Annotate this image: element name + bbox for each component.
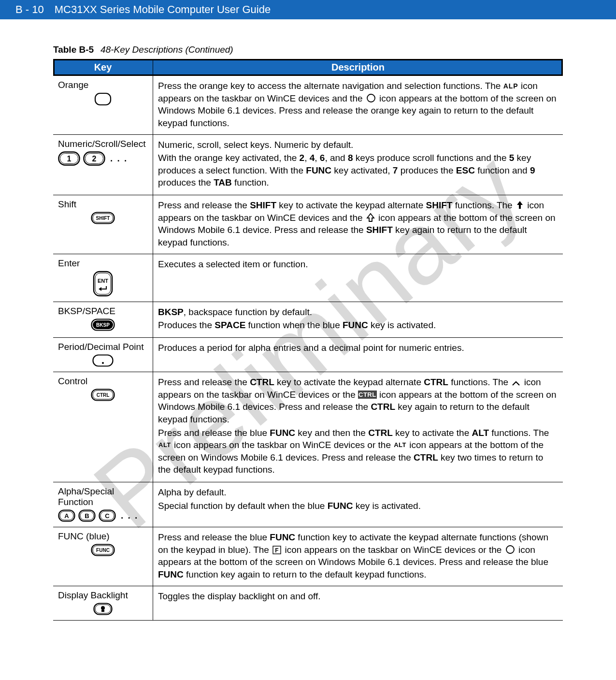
text: Press and release the blue: [158, 428, 270, 438]
text: ,: [304, 153, 310, 163]
document-title: MC31XX Series Mobile Computer User Guide: [55, 3, 271, 16]
text: icon appears on the taskbar on WinCE dev…: [172, 440, 393, 450]
text: 2: [300, 153, 305, 163]
circle-icon: [505, 545, 515, 554]
text: function.: [232, 177, 269, 188]
svg-point-39: [101, 606, 105, 610]
alp-icon: ALP: [503, 82, 518, 91]
text: SPACE: [215, 320, 245, 330]
enter-key-icon: ENT: [93, 271, 113, 297]
text: Press and release the: [158, 377, 250, 387]
up-arrow-icon: [516, 200, 524, 210]
ctrl-badge-icon: CTRL: [358, 391, 377, 399]
svg-rect-17: [93, 355, 113, 366]
text: functions. The: [489, 428, 549, 438]
key-2-icon: 2: [83, 151, 105, 166]
bksp-key-icon: BKSP: [91, 318, 115, 331]
dots: . . .: [108, 153, 128, 164]
text: 9: [530, 165, 535, 175]
shift-key-icon: SHIFT: [91, 212, 115, 224]
chevron-up-icon: [512, 380, 520, 387]
text: FUNC: [270, 428, 295, 438]
table-caption: Table B-548-Key Descriptions (Continued): [53, 44, 563, 55]
key-name: Shift: [58, 199, 148, 210]
key-1-icon: 1: [58, 151, 80, 166]
text: produces the: [158, 177, 214, 188]
backlight-key-icon: [93, 603, 113, 615]
shift-outline-icon: [366, 213, 375, 222]
text: icon appears on the taskbar on WinCE dev…: [282, 545, 504, 555]
key-name: Numeric/Scroll/Select: [58, 139, 148, 149]
svg-text:ENT: ENT: [98, 278, 108, 284]
svg-text:CTRL: CTRL: [97, 392, 110, 398]
text: ,: [315, 153, 320, 163]
period-key-icon: [92, 354, 114, 367]
text: , backspace function by default.: [184, 307, 312, 317]
key-name: Alpha/Special Function: [58, 486, 148, 507]
svg-text:BKSP: BKSP: [96, 322, 110, 328]
caption-label: Table B-5: [53, 44, 94, 55]
text: Press and release the blue: [158, 532, 270, 542]
text: 5: [509, 153, 515, 163]
key-name: Period/Decimal Point: [58, 342, 148, 352]
row-numeric: Numeric/Scroll/Select 1 2 . . . Numeric,…: [53, 134, 563, 195]
row-alpha: Alpha/Special Function A B C . . . Alpha…: [53, 482, 563, 527]
row-func: FUNC (blue) FUNC Press and release the b…: [53, 527, 563, 586]
svg-rect-0: [95, 93, 111, 105]
text: SHIFT: [426, 200, 452, 210]
page-number: B - 10: [15, 3, 44, 16]
svg-text:C: C: [105, 512, 110, 520]
row-enter: Enter ENT Executes a selected item or fu…: [53, 254, 563, 302]
orange-key-icon: [94, 92, 112, 106]
text: Alpha by default.: [158, 486, 558, 499]
text: function key again to return to the defa…: [184, 569, 427, 579]
svg-rect-11: [94, 272, 112, 296]
page-header: B - 10 MC31XX Series Mobile Computer Use…: [0, 0, 616, 19]
text: key and then the: [295, 428, 368, 438]
text: functions. The: [448, 377, 511, 387]
text: FUNC: [270, 532, 295, 542]
text: key activated,: [331, 165, 393, 175]
dots: . . .: [119, 510, 138, 521]
svg-point-18: [102, 362, 104, 364]
row-shift: Shift SHIFT Press and release the SHIFT …: [53, 195, 563, 254]
text: FUNC: [343, 320, 368, 330]
svg-rect-40: [101, 610, 104, 612]
text: Produces the: [158, 320, 215, 330]
row-control: Control CTRL Press and release the CTRL …: [53, 372, 563, 482]
text: ALT: [472, 428, 489, 438]
text: CTRL: [424, 377, 448, 387]
text: CTRL: [414, 452, 438, 463]
text: Executes a selected item or function.: [158, 259, 308, 269]
alt-label-icon: ALT: [393, 441, 407, 449]
text: Press and release the: [158, 200, 250, 210]
text: ESC: [456, 165, 475, 175]
svg-text:FUNC: FUNC: [96, 548, 110, 553]
alt-label-icon: ALT: [158, 441, 172, 449]
f-box-icon: F: [272, 546, 281, 554]
text: FUNC: [158, 569, 184, 579]
svg-text:2: 2: [92, 155, 97, 163]
text: Special function by default when the blu…: [158, 501, 328, 511]
row-backlight: Display Backlight Toggles the display ba…: [53, 586, 563, 620]
text: SHIFT: [366, 225, 393, 235]
key-descriptions-table: Key Description Orange Press the orange …: [53, 59, 563, 621]
key-c-icon: C: [99, 509, 116, 522]
text: FUNC: [306, 165, 331, 175]
text: , and: [325, 153, 348, 163]
text: 8: [348, 153, 353, 163]
svg-text:B: B: [85, 512, 89, 520]
key-name: Display Backlight: [58, 590, 148, 601]
svg-point-36: [506, 546, 514, 553]
text: 6: [320, 153, 325, 163]
text: key to activate the keypad alternate: [274, 377, 424, 387]
circle-icon: [366, 93, 376, 103]
text: key to activate the: [393, 428, 472, 438]
key-b-icon: B: [78, 509, 96, 522]
text: Numeric, scroll, select keys. Numeric by…: [158, 139, 558, 151]
svg-point-1: [367, 94, 375, 102]
key-name: Control: [58, 376, 148, 387]
key-name: BKSP/SPACE: [58, 306, 148, 317]
func-key-icon: FUNC: [91, 544, 115, 556]
row-period: Period/Decimal Point Produces a period f…: [53, 337, 563, 372]
